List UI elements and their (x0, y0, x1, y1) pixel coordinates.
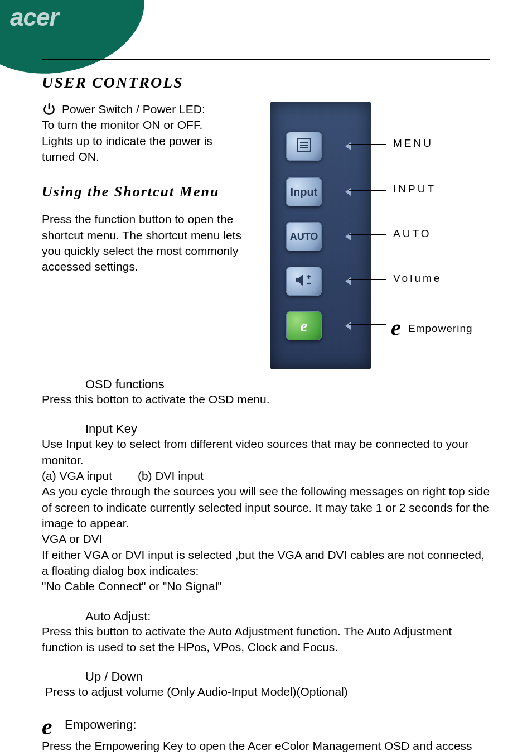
osd-btn-empowering[interactable]: e (286, 311, 322, 340)
svg-marker-4 (296, 274, 303, 286)
up-down-title: Up / Down (85, 670, 143, 684)
input-option-b: (b) DVI input (138, 469, 204, 482)
input-option-a: (a) VGA input (42, 469, 112, 482)
callout-label-menu: MENU (393, 137, 433, 150)
menu-lines-icon (296, 137, 312, 156)
section-empowering: e Empowering: Press the Empowering Key t… (42, 715, 490, 756)
osd-figure: MENU Input INPUT AUTO (254, 102, 516, 369)
callout-label-empowering: e Empowering (391, 311, 473, 338)
section-osd-functions: OSD functions Press this botton to activ… (42, 377, 490, 407)
left-column: Power Switch / Power LED: To turn the mo… (42, 102, 243, 369)
osd-row-empowering: e (270, 309, 371, 343)
heading-user-controls: USER CONTROLS (42, 74, 490, 92)
osd-btn-auto-text: AUTO (290, 231, 318, 243)
callout-line-input (349, 190, 386, 191)
callout-label-volume: Volume (393, 272, 442, 285)
up-down-body: Press to adjust volume (Only Audio-Input… (45, 684, 490, 700)
section-input-key: Input Key Use Input key to select from d… (42, 422, 490, 594)
input-key-options: (a) VGA input (b) DVI input (42, 468, 490, 484)
empowering-e-icon: e (300, 316, 307, 335)
callout-empowering-text: Empowering (408, 322, 473, 334)
input-key-title: Input Key (85, 422, 137, 436)
content-area: USER CONTROLS Power Switch / Power LED: … (42, 59, 490, 756)
empowering-body: Press the Empowering Key to open the Ace… (42, 738, 490, 756)
volume-pm-icon (294, 272, 313, 291)
power-title-row: Power Switch / Power LED: (42, 102, 243, 117)
callout-line-auto (349, 234, 386, 235)
two-column-layout: Power Switch / Power LED: To turn the mo… (42, 102, 490, 369)
input-key-body1: Use Input key to select from different v… (42, 436, 490, 468)
empowering-glyph-icon: e (42, 715, 52, 738)
input-key-body5: "No Cable Connect" or "No Signal" (42, 579, 490, 594)
power-title: Power Switch / Power LED: (62, 102, 205, 117)
right-figure: MENU Input INPUT AUTO (254, 102, 516, 369)
osd-functions-body: Press this botton to activate the OSD me… (42, 392, 490, 407)
power-line1: To turn the monitor ON or OFF. (42, 117, 243, 133)
power-block: Power Switch / Power LED: To turn the mo… (42, 102, 243, 165)
osd-btn-menu[interactable] (286, 132, 322, 161)
empowering-title-row: e Empowering: (42, 715, 490, 738)
section-up-down: Up / Down Press to adjust volume (Only A… (42, 670, 490, 700)
input-key-body3: VGA or DVI (42, 531, 490, 547)
callout-label-auto: AUTO (393, 228, 431, 240)
osd-row-auto: AUTO (270, 220, 371, 253)
callout-line-menu (349, 144, 386, 145)
callout-label-input: INPUT (393, 183, 436, 195)
empowering-title: Empowering: (65, 718, 136, 732)
input-key-body4: If either VGA or DVI input is selected ,… (42, 547, 490, 579)
osd-btn-input-text: Input (291, 186, 318, 199)
osd-row-menu (270, 129, 371, 163)
section-auto-adjust: Auto Adjust: Press this button to activa… (42, 609, 490, 656)
top-rule (42, 59, 490, 60)
input-key-body2: As you cycle through the sources you wil… (42, 484, 490, 531)
brand-logo: acer (10, 3, 59, 31)
osd-btn-input[interactable]: Input (286, 177, 322, 206)
power-line2: Lights up to indicate the power is turne… (42, 133, 243, 165)
heading-shortcut-menu: Using the Shortcut Menu (42, 184, 243, 200)
power-icon (42, 102, 56, 117)
osd-row-volume (270, 264, 371, 298)
auto-adjust-body: Press this button to activate the Auto A… (42, 624, 490, 656)
shortcut-intro: Press the function button to open the sh… (42, 211, 243, 275)
callout-line-volume (349, 279, 386, 280)
empowering-glyph-icon: e (391, 315, 402, 341)
osd-row-input: Input (270, 175, 371, 209)
osd-btn-volume[interactable] (286, 267, 322, 296)
osd-functions-title: OSD functions (85, 377, 165, 392)
page: acer USER CONTROLS Power Switch / Power … (0, 0, 532, 756)
osd-btn-auto[interactable]: AUTO (286, 222, 322, 251)
callout-line-empowering (349, 324, 386, 325)
auto-adjust-title: Auto Adjust: (85, 609, 151, 624)
